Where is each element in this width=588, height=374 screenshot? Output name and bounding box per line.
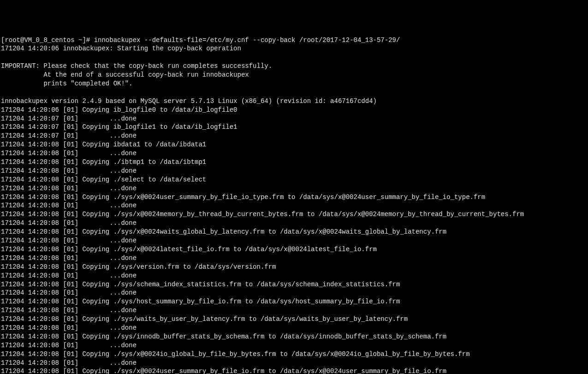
log-line: 171204 14:20:08 [01] Copying ibdata1 to … xyxy=(1,140,588,149)
blank-line xyxy=(1,88,588,97)
important-notice: prints "completed OK!". xyxy=(1,79,588,88)
command-line: [root@VM_0_8_centos ~]# innobackupex --d… xyxy=(1,36,588,45)
log-line: 171204 14:20:08 [01] Copying ./sys/versi… xyxy=(1,263,588,271)
log-line: 171204 14:20:08 [01] ...done xyxy=(1,184,588,193)
log-line: 171204 14:20:07 [01] Copying ib_logfile1… xyxy=(1,123,588,132)
log-line: 171204 14:20:08 [01] ...done xyxy=(1,341,588,350)
log-line: 171204 14:20:08 [01] ...done xyxy=(1,236,588,245)
log-line: 171204 14:20:08 [01] ...done xyxy=(1,324,588,332)
log-output: 171204 14:20:06 [01] Copying ib_logfile0… xyxy=(1,106,588,374)
log-line: 171204 14:20:08 [01] Copying ./sys/x@002… xyxy=(1,228,588,236)
log-line: 171204 14:20:08 [01] ...done xyxy=(1,219,588,228)
log-line: 171204 14:20:08 [01] ...done xyxy=(1,149,588,158)
log-line: 171204 14:20:08 [01] ...done xyxy=(1,306,588,315)
version-line: innobackupex version 2.4.9 based on MySQ… xyxy=(1,97,588,106)
log-line: 171204 14:20:07 [01] ...done xyxy=(1,132,588,140)
output-line: 171204 14:20:06 innobackupex: Starting t… xyxy=(1,44,588,53)
log-line: 171204 14:20:08 [01] ...done xyxy=(1,167,588,175)
log-line: 171204 14:20:08 [01] ...done xyxy=(1,254,588,263)
log-line: 171204 14:20:08 [01] Copying ./sys/x@002… xyxy=(1,367,588,374)
log-line: 171204 14:20:08 [01] Copying ./sys/waits… xyxy=(1,315,588,324)
log-line: 171204 14:20:08 [01] ...done xyxy=(1,201,588,210)
command-text: innobackupex --defaults-file=/etc/my.cnf… xyxy=(94,36,400,44)
log-line: 171204 14:20:08 [01] Copying ./select to… xyxy=(1,175,588,184)
log-line: 171204 14:20:08 [01] Copying ./sys/x@002… xyxy=(1,245,588,254)
important-notice: At the end of a successful copy-back run… xyxy=(1,71,588,79)
log-line: 171204 14:20:08 [01] ...done xyxy=(1,359,588,368)
terminal-window[interactable]: [root@VM_0_8_centos ~]# innobackupex --d… xyxy=(1,36,588,374)
important-notice: IMPORTANT: Please check that the copy-ba… xyxy=(1,62,588,71)
log-line: 171204 14:20:07 [01] ...done xyxy=(1,115,588,123)
log-line: 171204 14:20:08 [01] Copying ./sys/x@002… xyxy=(1,210,588,219)
log-line: 171204 14:20:08 [01] Copying ./ibtmp1 to… xyxy=(1,158,588,167)
log-line: 171204 14:20:08 [01] Copying ./sys/host_… xyxy=(1,297,588,306)
log-line: 171204 14:20:08 [01] ...done xyxy=(1,271,588,280)
log-line: 171204 14:20:08 [01] Copying ./sys/innod… xyxy=(1,332,588,341)
shell-prompt: [root@VM_0_8_centos ~]# xyxy=(1,36,94,44)
log-line: 171204 14:20:08 [01] Copying ./sys/schem… xyxy=(1,280,588,289)
blank-line xyxy=(1,53,588,62)
log-line: 171204 14:20:06 [01] Copying ib_logfile0… xyxy=(1,106,588,115)
log-line: 171204 14:20:08 [01] ...done xyxy=(1,289,588,297)
log-line: 171204 14:20:08 [01] Copying ./sys/x@002… xyxy=(1,193,588,202)
log-line: 171204 14:20:08 [01] Copying ./sys/x@002… xyxy=(1,350,588,359)
